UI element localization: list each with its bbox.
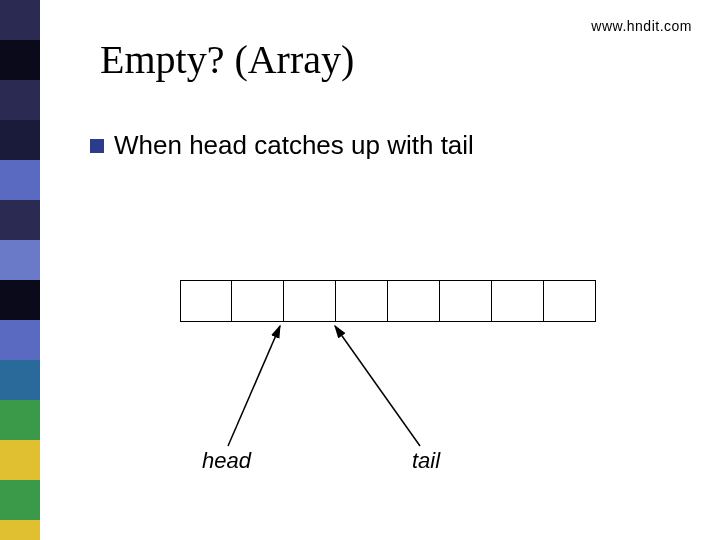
- tail-arrow-icon: [0, 0, 720, 540]
- svg-line-1: [335, 326, 420, 446]
- slide: www.hndit.com Empty? (Array) When head c…: [0, 0, 720, 540]
- tail-label: tail: [412, 448, 440, 474]
- head-label: head: [202, 448, 251, 474]
